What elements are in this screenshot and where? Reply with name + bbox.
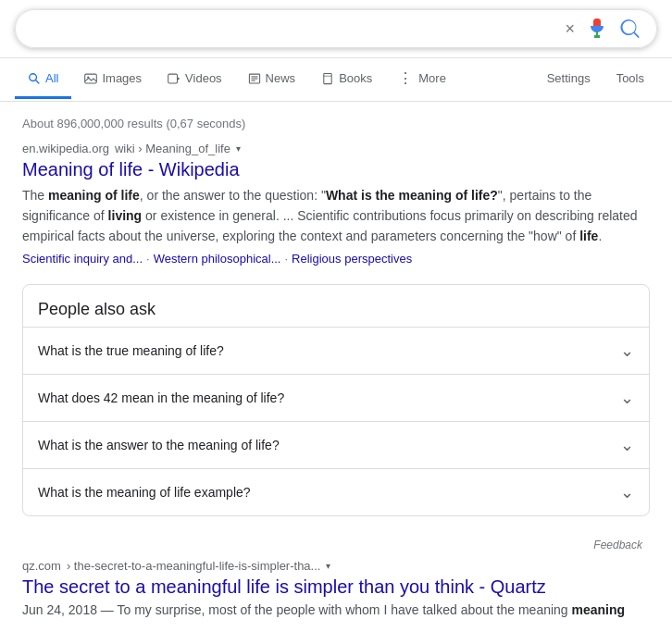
result-dropdown-icon[interactable]: ▾ [236,143,241,154]
paa-item-4[interactable]: What is the meaning of life example? ⌄ [23,468,649,515]
tab-tools[interactable]: Tools [604,60,657,99]
tab-all[interactable]: All [15,60,71,99]
tab-books-label: Books [339,71,372,85]
svg-marker-7 [178,76,180,80]
sub-links: Scientific inquiry and... · Western phil… [22,252,650,266]
settings-label: Settings [547,71,591,85]
paa-chevron-1: ⌄ [620,341,634,361]
tab-books[interactable]: Books [308,60,385,99]
paa-question-2: What does 42 mean in the meaning of life… [38,390,284,405]
paa-question-1: What is the true meaning of life? [38,343,224,358]
result-date-quartz: Jun 24, 2018 — To my surprise, most of t… [22,602,650,617]
more-dots-icon: ⋮ [398,69,414,87]
result-dropdown-icon-quartz[interactable]: ▾ [326,561,330,571]
result-item-quartz: qz.com › the-secret-to-a-meaningful-life… [22,559,650,617]
svg-rect-4 [85,74,97,83]
paa-question-4: What is the meaning of life example? [38,485,251,500]
search-bar: what is the meaning of life × [15,9,657,48]
sub-link-religious[interactable]: Religious perspectives [292,252,412,266]
news-icon [248,72,261,85]
all-search-icon [28,72,41,85]
svg-line-3 [36,80,39,82]
tab-more-label: More [418,71,446,85]
tab-news[interactable]: News [235,60,309,99]
paa-question-3: What is the answer to the meaning of lif… [38,438,280,452]
paa-item-3[interactable]: What is the answer to the meaning of lif… [23,421,649,468]
sub-link-western[interactable]: Western philosophical... [154,252,281,266]
results-count: About 896,000,000 results (0,67 seconds) [22,109,650,142]
tab-all-label: All [45,71,58,85]
paa-title: People also ask [23,285,649,327]
sub-sep-1: · [146,252,150,266]
paa-item-2[interactable]: What does 42 mean in the meaning of life… [23,374,649,421]
images-icon [84,72,97,85]
search-bar-container: what is the meaning of life × [0,0,672,58]
tab-images[interactable]: Images [71,60,155,99]
result-item-wikipedia: en.wikipedia.org wiki › Meaning_of_life … [22,142,650,266]
results-area: About 896,000,000 results (0,67 seconds)… [0,102,672,617]
result-domain: en.wikipedia.org [22,142,109,155]
result-path-quartz: › the-secret-to-a-meaningful-life-is-sim… [67,559,321,573]
mic-icon[interactable] [586,18,608,40]
clear-icon[interactable]: × [565,19,575,39]
paa-chevron-2: ⌄ [620,388,634,408]
nav-tabs: All Images Videos News Books [0,58,672,102]
search-input[interactable]: what is the meaning of life [31,20,565,37]
result-url-wikipedia: en.wikipedia.org wiki › Meaning_of_life … [22,142,650,155]
tools-label: Tools [616,71,644,85]
feedback-row: Feedback [22,535,650,559]
result-snippet-wikipedia: The meaning of life, or the answer to th… [22,185,650,246]
search-icons: × [565,18,641,40]
paa-chevron-3: ⌄ [620,435,634,455]
tab-news-label: News [266,71,296,85]
people-also-ask-box: People also ask What is the true meaning… [22,284,650,516]
tab-images-label: Images [102,71,142,85]
paa-chevron-4: ⌄ [620,482,634,502]
result-path: wiki › Meaning_of_life [115,142,230,155]
videos-icon [168,72,180,85]
feedback-label[interactable]: Feedback [593,539,642,551]
tab-settings[interactable]: Settings [534,60,604,99]
tab-videos-label: Videos [185,71,222,85]
books-icon [321,72,334,85]
svg-rect-6 [168,74,178,83]
result-title-wikipedia[interactable]: Meaning of life - Wikipedia [22,157,650,181]
result-title-quartz[interactable]: The secret to a meaningful life is simpl… [22,575,650,599]
tab-more[interactable]: ⋮ More [385,58,459,101]
paa-item-1[interactable]: What is the true meaning of life? ⌄ [23,327,649,374]
result-domain-quartz: qz.com [22,559,61,573]
svg-rect-12 [324,73,331,83]
tab-videos[interactable]: Videos [155,60,235,99]
sub-sep-2: · [284,252,288,266]
search-submit-icon[interactable] [619,18,641,40]
nav-right: Settings Tools [534,60,657,99]
result-url-quartz: qz.com › the-secret-to-a-meaningful-life… [22,559,650,573]
sub-link-scientific[interactable]: Scientific inquiry and... [22,252,143,266]
